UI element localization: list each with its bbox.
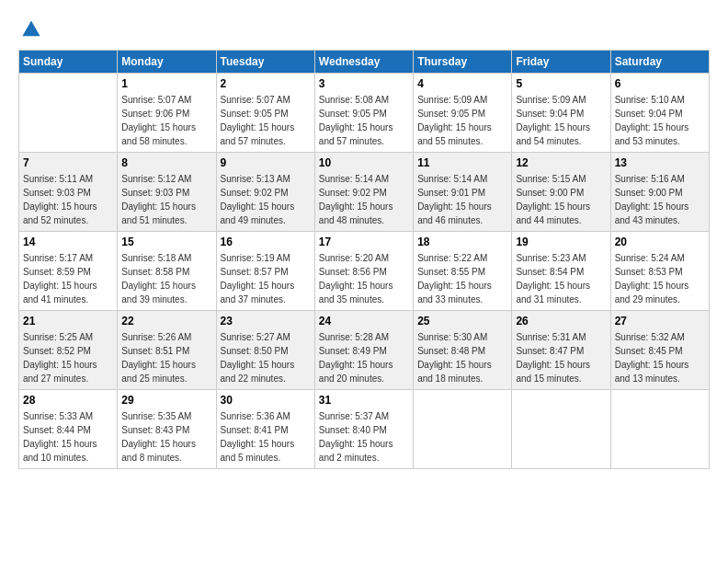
calendar-cell	[19, 74, 118, 153]
calendar-cell: 11Sunrise: 5:14 AMSunset: 9:01 PMDayligh…	[414, 153, 512, 232]
calendar-cell: 29Sunrise: 5:35 AMSunset: 8:43 PMDayligh…	[118, 390, 216, 469]
day-info: Sunrise: 5:14 AMSunset: 9:02 PMDaylight:…	[319, 172, 409, 227]
logo	[18, 18, 42, 40]
calendar-cell: 14Sunrise: 5:17 AMSunset: 8:59 PMDayligh…	[19, 232, 118, 311]
calendar-cell: 31Sunrise: 5:37 AMSunset: 8:40 PMDayligh…	[314, 390, 413, 469]
calendar-cell: 8Sunrise: 5:12 AMSunset: 9:03 PMDaylight…	[118, 153, 216, 232]
logo-icon	[20, 18, 42, 40]
day-number: 6	[615, 77, 705, 90]
day-info: Sunrise: 5:19 AMSunset: 8:57 PMDaylight:…	[221, 251, 311, 306]
day-info: Sunrise: 5:31 AMSunset: 8:47 PMDaylight:…	[516, 330, 606, 385]
day-number: 24	[319, 315, 409, 327]
day-info: Sunrise: 5:27 AMSunset: 8:50 PMDaylight:…	[221, 330, 311, 385]
calendar-week-row: 1Sunrise: 5:07 AMSunset: 9:06 PMDaylight…	[19, 74, 710, 153]
day-number: 11	[417, 156, 507, 169]
day-number: 25	[417, 315, 507, 327]
day-number: 21	[23, 315, 113, 327]
day-info: Sunrise: 5:14 AMSunset: 9:01 PMDaylight:…	[417, 172, 507, 227]
calendar-cell: 15Sunrise: 5:18 AMSunset: 8:58 PMDayligh…	[118, 232, 216, 311]
calendar-cell: 7Sunrise: 5:11 AMSunset: 9:03 PMDaylight…	[19, 153, 118, 232]
day-number: 29	[121, 394, 211, 407]
day-info: Sunrise: 5:15 AMSunset: 9:00 PMDaylight:…	[516, 172, 606, 227]
calendar-header-row: SundayMondayTuesdayWednesdayThursdayFrid…	[19, 51, 710, 74]
calendar-cell: 25Sunrise: 5:30 AMSunset: 8:48 PMDayligh…	[414, 311, 512, 390]
calendar-cell: 2Sunrise: 5:07 AMSunset: 9:05 PMDaylight…	[216, 74, 314, 153]
day-number: 8	[121, 156, 211, 169]
column-header-monday: Monday	[118, 51, 216, 74]
calendar-cell: 18Sunrise: 5:22 AMSunset: 8:55 PMDayligh…	[414, 232, 512, 311]
day-info: Sunrise: 5:24 AMSunset: 8:53 PMDaylight:…	[615, 251, 705, 306]
day-info: Sunrise: 5:13 AMSunset: 9:02 PMDaylight:…	[221, 172, 311, 227]
day-number: 13	[615, 156, 705, 169]
column-header-tuesday: Tuesday	[216, 51, 314, 74]
day-info: Sunrise: 5:36 AMSunset: 8:41 PMDaylight:…	[221, 409, 311, 465]
day-info: Sunrise: 5:07 AMSunset: 9:06 PMDaylight:…	[121, 93, 211, 148]
day-info: Sunrise: 5:25 AMSunset: 8:52 PMDaylight:…	[23, 330, 113, 385]
day-info: Sunrise: 5:30 AMSunset: 8:48 PMDaylight:…	[417, 330, 507, 385]
day-number: 19	[516, 236, 606, 248]
calendar-cell: 16Sunrise: 5:19 AMSunset: 8:57 PMDayligh…	[216, 232, 314, 311]
day-number: 20	[615, 236, 705, 248]
day-info: Sunrise: 5:10 AMSunset: 9:04 PMDaylight:…	[615, 93, 705, 148]
calendar-cell	[512, 390, 610, 469]
calendar-cell: 9Sunrise: 5:13 AMSunset: 9:02 PMDaylight…	[216, 153, 314, 232]
calendar-cell: 6Sunrise: 5:10 AMSunset: 9:04 PMDaylight…	[610, 74, 709, 153]
calendar-cell	[610, 390, 709, 469]
day-number: 5	[516, 77, 606, 90]
calendar-cell: 22Sunrise: 5:26 AMSunset: 8:51 PMDayligh…	[118, 311, 216, 390]
day-info: Sunrise: 5:20 AMSunset: 8:56 PMDaylight:…	[319, 251, 409, 306]
calendar-week-row: 7Sunrise: 5:11 AMSunset: 9:03 PMDaylight…	[19, 153, 710, 232]
day-info: Sunrise: 5:28 AMSunset: 8:49 PMDaylight:…	[319, 330, 409, 385]
calendar-table: SundayMondayTuesdayWednesdayThursdayFrid…	[18, 50, 710, 469]
day-number: 12	[516, 156, 606, 169]
day-number: 15	[121, 236, 211, 248]
calendar-cell: 12Sunrise: 5:15 AMSunset: 9:00 PMDayligh…	[512, 153, 610, 232]
column-header-wednesday: Wednesday	[314, 51, 413, 74]
page-header	[18, 18, 710, 40]
day-number: 30	[221, 394, 311, 407]
day-info: Sunrise: 5:11 AMSunset: 9:03 PMDaylight:…	[23, 172, 113, 227]
day-number: 22	[121, 315, 211, 327]
day-number: 14	[23, 236, 113, 248]
day-number: 9	[221, 156, 311, 169]
day-number: 17	[319, 236, 409, 248]
day-number: 16	[221, 236, 311, 248]
day-info: Sunrise: 5:08 AMSunset: 9:05 PMDaylight:…	[319, 93, 409, 148]
day-info: Sunrise: 5:32 AMSunset: 8:45 PMDaylight:…	[615, 330, 705, 385]
column-header-friday: Friday	[512, 51, 610, 74]
calendar-cell: 10Sunrise: 5:14 AMSunset: 9:02 PMDayligh…	[314, 153, 413, 232]
day-info: Sunrise: 5:16 AMSunset: 9:00 PMDaylight:…	[615, 172, 705, 227]
calendar-cell: 28Sunrise: 5:33 AMSunset: 8:44 PMDayligh…	[19, 390, 118, 469]
day-info: Sunrise: 5:22 AMSunset: 8:55 PMDaylight:…	[417, 251, 507, 306]
day-number: 28	[23, 394, 113, 407]
day-number: 26	[516, 315, 606, 327]
day-number: 1	[121, 77, 211, 90]
column-header-saturday: Saturday	[610, 51, 709, 74]
day-info: Sunrise: 5:37 AMSunset: 8:40 PMDaylight:…	[319, 409, 409, 465]
calendar-cell: 13Sunrise: 5:16 AMSunset: 9:00 PMDayligh…	[610, 153, 709, 232]
calendar-cell: 5Sunrise: 5:09 AMSunset: 9:04 PMDaylight…	[512, 74, 610, 153]
day-number: 23	[221, 315, 311, 327]
day-info: Sunrise: 5:26 AMSunset: 8:51 PMDaylight:…	[121, 330, 211, 385]
calendar-cell: 27Sunrise: 5:32 AMSunset: 8:45 PMDayligh…	[610, 311, 709, 390]
day-number: 2	[221, 77, 311, 90]
svg-marker-0	[22, 20, 40, 36]
calendar-body: 1Sunrise: 5:07 AMSunset: 9:06 PMDaylight…	[19, 74, 710, 469]
calendar-cell: 4Sunrise: 5:09 AMSunset: 9:05 PMDaylight…	[414, 74, 512, 153]
day-number: 27	[615, 315, 705, 327]
day-number: 31	[319, 394, 409, 407]
day-number: 3	[319, 77, 409, 90]
day-info: Sunrise: 5:09 AMSunset: 9:05 PMDaylight:…	[417, 93, 507, 148]
calendar-cell: 26Sunrise: 5:31 AMSunset: 8:47 PMDayligh…	[512, 311, 610, 390]
day-info: Sunrise: 5:12 AMSunset: 9:03 PMDaylight:…	[121, 172, 211, 227]
calendar-week-row: 14Sunrise: 5:17 AMSunset: 8:59 PMDayligh…	[19, 232, 710, 311]
calendar-cell: 21Sunrise: 5:25 AMSunset: 8:52 PMDayligh…	[19, 311, 118, 390]
day-number: 7	[23, 156, 113, 169]
calendar-cell: 20Sunrise: 5:24 AMSunset: 8:53 PMDayligh…	[610, 232, 709, 311]
calendar-cell: 24Sunrise: 5:28 AMSunset: 8:49 PMDayligh…	[314, 311, 413, 390]
day-info: Sunrise: 5:17 AMSunset: 8:59 PMDaylight:…	[23, 251, 113, 306]
calendar-cell: 30Sunrise: 5:36 AMSunset: 8:41 PMDayligh…	[216, 390, 314, 469]
day-info: Sunrise: 5:18 AMSunset: 8:58 PMDaylight:…	[121, 251, 211, 306]
day-info: Sunrise: 5:35 AMSunset: 8:43 PMDaylight:…	[121, 409, 211, 465]
column-header-sunday: Sunday	[19, 51, 118, 74]
